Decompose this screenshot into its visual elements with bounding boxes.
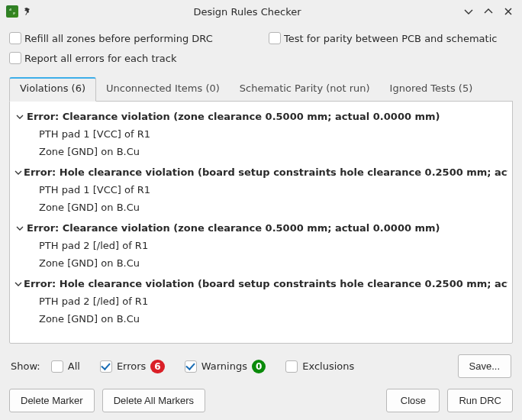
violation-detail[interactable]: PTH pad 1 [VCC] of R1 — [13, 181, 508, 199]
test-parity-label: Test for parity between PCB and schemati… — [284, 33, 497, 44]
tab-violations[interactable]: Violations (6) — [9, 77, 96, 102]
violation-item[interactable]: Error: Hole clearance violation (board s… — [10, 162, 512, 218]
violation-detail[interactable]: PTH pad 1 [VCC] of R1 — [13, 125, 508, 143]
chevron-down-icon[interactable] — [16, 111, 24, 122]
warnings-count-badge: 0 — [252, 360, 266, 373]
close-window-button[interactable] — [501, 7, 516, 16]
tabs: Violations (6) Unconnected Items (0) Sch… — [9, 76, 513, 102]
violation-detail[interactable]: Zone [GND] on B.Cu — [13, 310, 508, 328]
violation-header: Error: Hole clearance violation (board s… — [24, 166, 508, 178]
violation-detail[interactable]: Zone [GND] on B.Cu — [13, 254, 508, 272]
violation-header: Error: Clearance violation (zone clearan… — [27, 222, 440, 234]
violation-item[interactable]: Error: Clearance violation (zone clearan… — [10, 218, 512, 273]
minimize-button[interactable] — [461, 6, 476, 17]
tab-ignored[interactable]: Ignored Tests (5) — [380, 77, 483, 102]
refill-zones-label: Refill all zones before performing DRC — [24, 33, 213, 44]
tab-unconnected[interactable]: Unconnected Items (0) — [96, 77, 230, 102]
chevron-down-icon[interactable] — [14, 169, 22, 176]
filter-warnings-checkbox[interactable] — [185, 360, 197, 373]
chevron-down-icon[interactable] — [16, 223, 24, 234]
options-row-2: Report all errors for each track — [9, 52, 513, 64]
test-parity-checkbox[interactable] — [269, 32, 281, 44]
violation-item[interactable]: Error: Hole clearance violation (board s… — [10, 273, 512, 329]
violation-header: Error: Clearance violation (zone clearan… — [27, 111, 440, 122]
save-button[interactable]: Save... — [458, 354, 511, 378]
maximize-button[interactable] — [481, 6, 496, 17]
violation-detail[interactable]: Zone [GND] on B.Cu — [13, 199, 508, 216]
run-drc-button[interactable]: Run DRC — [447, 389, 513, 412]
delete-all-markers-button[interactable]: Delete All Markers — [102, 389, 205, 412]
filter-errors-label: Errors — [117, 360, 146, 372]
filter-row: Show: All Errors 6 Warnings 0 Exclusions… — [9, 344, 513, 378]
dialog-content: Refill all zones before performing DRC T… — [0, 23, 522, 420]
tab-schematic-parity[interactable]: Schematic Parity (not run) — [230, 77, 380, 102]
options-row-1: Refill all zones before performing DRC T… — [9, 32, 513, 44]
filter-errors-checkbox[interactable] — [100, 360, 112, 373]
filter-all-label: All — [68, 360, 80, 372]
violation-item[interactable]: Error: Clearance violation (zone clearan… — [10, 106, 512, 162]
filter-all-checkbox[interactable] — [51, 360, 63, 373]
bottom-button-row: Delete Marker Delete All Markers Close R… — [9, 378, 513, 412]
delete-marker-button[interactable]: Delete Marker — [9, 389, 95, 412]
violation-detail[interactable]: PTH pad 2 [/led] of R1 — [13, 237, 508, 254]
filter-warnings-label: Warnings — [201, 360, 247, 372]
violation-header: Error: Hole clearance violation (board s… — [24, 278, 508, 289]
close-button[interactable]: Close — [386, 389, 440, 412]
titlebar: Design Rules Checker — [0, 0, 522, 23]
show-label: Show: — [11, 360, 40, 372]
filter-exclusions-label: Exclusions — [302, 360, 354, 372]
chevron-down-icon[interactable] — [14, 280, 22, 288]
violation-detail[interactable]: Zone [GND] on B.Cu — [13, 143, 508, 160]
report-all-checkbox[interactable] — [9, 52, 21, 64]
app-icon — [6, 5, 18, 18]
violations-list[interactable]: Error: Clearance violation (zone clearan… — [9, 101, 513, 344]
report-all-label: Report all errors for each track — [24, 53, 177, 64]
pin-icon[interactable] — [23, 7, 34, 16]
violation-detail[interactable]: PTH pad 2 [/led] of R1 — [13, 292, 508, 310]
filter-exclusions-checkbox[interactable] — [285, 360, 298, 373]
refill-zones-checkbox[interactable] — [9, 32, 21, 44]
window-title: Design Rules Checker — [38, 6, 456, 18]
errors-count-badge: 6 — [150, 360, 164, 373]
